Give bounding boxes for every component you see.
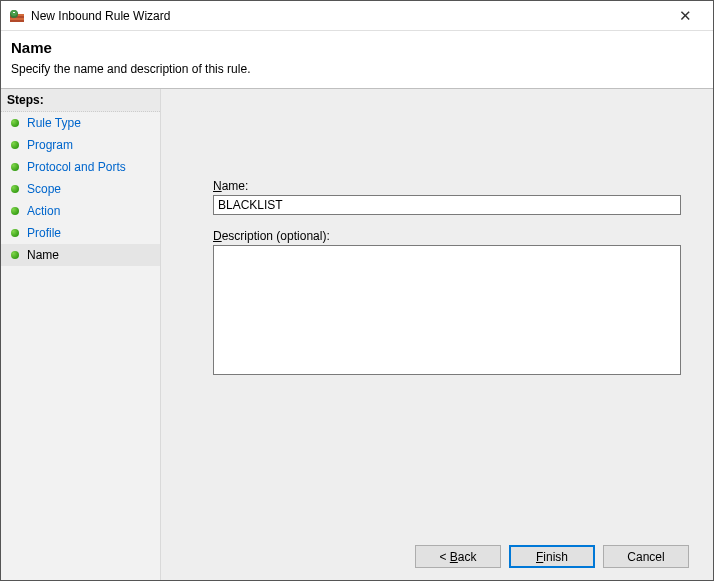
- description-input[interactable]: [213, 245, 681, 375]
- finish-button[interactable]: Finish: [509, 545, 595, 568]
- step-label: Rule Type: [27, 116, 81, 130]
- step-label: Profile: [27, 226, 61, 240]
- name-field-row: Name:: [213, 179, 681, 215]
- step-label: Action: [27, 204, 60, 218]
- steps-sidebar: Steps: Rule Type Program Protocol and Po…: [1, 89, 161, 580]
- step-scope[interactable]: Scope: [1, 178, 160, 200]
- step-profile[interactable]: Profile: [1, 222, 160, 244]
- step-program[interactable]: Program: [1, 134, 160, 156]
- bullet-icon: [11, 185, 19, 193]
- wizard-header: Name Specify the name and description of…: [1, 31, 713, 89]
- main-panel: Name: Description (optional): < Back Fin…: [161, 89, 713, 580]
- name-input[interactable]: [213, 195, 681, 215]
- close-icon: ✕: [679, 7, 692, 25]
- bullet-icon: [11, 251, 19, 259]
- step-action[interactable]: Action: [1, 200, 160, 222]
- page-subtitle: Specify the name and description of this…: [11, 62, 703, 76]
- content-area: Steps: Rule Type Program Protocol and Po…: [1, 89, 713, 580]
- bullet-icon: [11, 163, 19, 171]
- bullet-icon: [11, 207, 19, 215]
- step-label: Name: [27, 248, 59, 262]
- window-title: New Inbound Rule Wizard: [31, 9, 665, 23]
- firewall-icon: [9, 8, 25, 24]
- back-button[interactable]: < Back: [415, 545, 501, 568]
- close-button[interactable]: ✕: [665, 2, 705, 30]
- step-label: Protocol and Ports: [27, 160, 126, 174]
- cancel-button[interactable]: Cancel: [603, 545, 689, 568]
- step-rule-type[interactable]: Rule Type: [1, 112, 160, 134]
- name-label: Name:: [213, 179, 681, 193]
- title-bar: New Inbound Rule Wizard ✕: [1, 1, 713, 31]
- bullet-icon: [11, 229, 19, 237]
- description-field-row: Description (optional):: [213, 229, 681, 378]
- step-protocol-and-ports[interactable]: Protocol and Ports: [1, 156, 160, 178]
- step-name[interactable]: Name: [1, 244, 160, 266]
- page-title: Name: [11, 39, 703, 56]
- description-label: Description (optional):: [213, 229, 681, 243]
- bullet-icon: [11, 141, 19, 149]
- svg-rect-5: [13, 12, 15, 13]
- svg-rect-2: [10, 18, 24, 20]
- step-label: Scope: [27, 182, 61, 196]
- steps-heading: Steps:: [1, 89, 160, 112]
- button-row: < Back Finish Cancel: [173, 537, 701, 572]
- step-label: Program: [27, 138, 73, 152]
- form-area: Name: Description (optional):: [173, 89, 701, 392]
- bullet-icon: [11, 119, 19, 127]
